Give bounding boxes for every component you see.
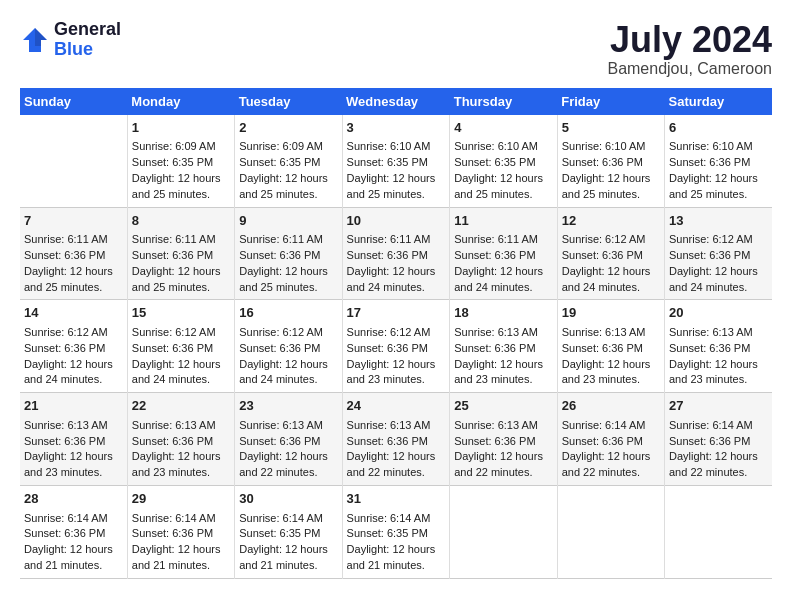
calendar-row: 14Sunrise: 6:12 AM Sunset: 6:36 PM Dayli… xyxy=(20,300,772,393)
header-day: Wednesday xyxy=(342,88,450,115)
calendar-cell: 8Sunrise: 6:11 AM Sunset: 6:36 PM Daylig… xyxy=(127,207,234,300)
header-day: Thursday xyxy=(450,88,557,115)
calendar-cell: 4Sunrise: 6:10 AM Sunset: 6:35 PM Daylig… xyxy=(450,115,557,207)
calendar-cell: 29Sunrise: 6:14 AM Sunset: 6:36 PM Dayli… xyxy=(127,486,234,579)
cell-content: Sunrise: 6:12 AM Sunset: 6:36 PM Dayligh… xyxy=(132,325,230,389)
calendar-row: 7Sunrise: 6:11 AM Sunset: 6:36 PM Daylig… xyxy=(20,207,772,300)
header-row: SundayMondayTuesdayWednesdayThursdayFrid… xyxy=(20,88,772,115)
day-number: 4 xyxy=(454,119,552,137)
calendar-body: 1Sunrise: 6:09 AM Sunset: 6:35 PM Daylig… xyxy=(20,115,772,579)
day-number: 23 xyxy=(239,397,337,415)
calendar-cell: 22Sunrise: 6:13 AM Sunset: 6:36 PM Dayli… xyxy=(127,393,234,486)
calendar-header: SundayMondayTuesdayWednesdayThursdayFrid… xyxy=(20,88,772,115)
cell-content: Sunrise: 6:13 AM Sunset: 6:36 PM Dayligh… xyxy=(24,418,123,482)
day-number: 11 xyxy=(454,212,552,230)
calendar-cell: 1Sunrise: 6:09 AM Sunset: 6:35 PM Daylig… xyxy=(127,115,234,207)
day-number: 9 xyxy=(239,212,337,230)
day-number: 31 xyxy=(347,490,446,508)
cell-content: Sunrise: 6:14 AM Sunset: 6:36 PM Dayligh… xyxy=(562,418,660,482)
calendar-cell xyxy=(450,486,557,579)
calendar-cell: 30Sunrise: 6:14 AM Sunset: 6:35 PM Dayli… xyxy=(235,486,342,579)
calendar-row: 21Sunrise: 6:13 AM Sunset: 6:36 PM Dayli… xyxy=(20,393,772,486)
cell-content: Sunrise: 6:11 AM Sunset: 6:36 PM Dayligh… xyxy=(239,232,337,296)
day-number: 14 xyxy=(24,304,123,322)
calendar-cell: 13Sunrise: 6:12 AM Sunset: 6:36 PM Dayli… xyxy=(665,207,773,300)
day-number: 3 xyxy=(347,119,446,137)
calendar-cell: 3Sunrise: 6:10 AM Sunset: 6:35 PM Daylig… xyxy=(342,115,450,207)
day-number: 25 xyxy=(454,397,552,415)
cell-content: Sunrise: 6:13 AM Sunset: 6:36 PM Dayligh… xyxy=(454,418,552,482)
day-number: 17 xyxy=(347,304,446,322)
calendar-table: SundayMondayTuesdayWednesdayThursdayFrid… xyxy=(20,88,772,580)
day-number: 8 xyxy=(132,212,230,230)
day-number: 28 xyxy=(24,490,123,508)
cell-content: Sunrise: 6:12 AM Sunset: 6:36 PM Dayligh… xyxy=(562,232,660,296)
location: Bamendjou, Cameroon xyxy=(607,60,772,78)
logo-blue: Blue xyxy=(54,39,93,59)
day-number: 18 xyxy=(454,304,552,322)
day-number: 30 xyxy=(239,490,337,508)
calendar-cell: 2Sunrise: 6:09 AM Sunset: 6:35 PM Daylig… xyxy=(235,115,342,207)
cell-content: Sunrise: 6:10 AM Sunset: 6:35 PM Dayligh… xyxy=(454,139,552,203)
header-day: Sunday xyxy=(20,88,127,115)
calendar-cell: 31Sunrise: 6:14 AM Sunset: 6:35 PM Dayli… xyxy=(342,486,450,579)
logo-general: General xyxy=(54,19,121,39)
day-number: 5 xyxy=(562,119,660,137)
day-number: 1 xyxy=(132,119,230,137)
cell-content: Sunrise: 6:12 AM Sunset: 6:36 PM Dayligh… xyxy=(239,325,337,389)
day-number: 24 xyxy=(347,397,446,415)
calendar-cell: 6Sunrise: 6:10 AM Sunset: 6:36 PM Daylig… xyxy=(665,115,773,207)
day-number: 6 xyxy=(669,119,768,137)
calendar-cell: 12Sunrise: 6:12 AM Sunset: 6:36 PM Dayli… xyxy=(557,207,664,300)
calendar-cell: 25Sunrise: 6:13 AM Sunset: 6:36 PM Dayli… xyxy=(450,393,557,486)
calendar-cell: 20Sunrise: 6:13 AM Sunset: 6:36 PM Dayli… xyxy=(665,300,773,393)
header-day: Monday xyxy=(127,88,234,115)
cell-content: Sunrise: 6:14 AM Sunset: 6:36 PM Dayligh… xyxy=(132,511,230,575)
calendar-cell: 16Sunrise: 6:12 AM Sunset: 6:36 PM Dayli… xyxy=(235,300,342,393)
cell-content: Sunrise: 6:11 AM Sunset: 6:36 PM Dayligh… xyxy=(454,232,552,296)
day-number: 16 xyxy=(239,304,337,322)
cell-content: Sunrise: 6:13 AM Sunset: 6:36 PM Dayligh… xyxy=(239,418,337,482)
cell-content: Sunrise: 6:13 AM Sunset: 6:36 PM Dayligh… xyxy=(454,325,552,389)
calendar-cell: 7Sunrise: 6:11 AM Sunset: 6:36 PM Daylig… xyxy=(20,207,127,300)
calendar-cell: 24Sunrise: 6:13 AM Sunset: 6:36 PM Dayli… xyxy=(342,393,450,486)
day-number: 15 xyxy=(132,304,230,322)
day-number: 2 xyxy=(239,119,337,137)
calendar-cell: 11Sunrise: 6:11 AM Sunset: 6:36 PM Dayli… xyxy=(450,207,557,300)
cell-content: Sunrise: 6:14 AM Sunset: 6:36 PM Dayligh… xyxy=(669,418,768,482)
cell-content: Sunrise: 6:11 AM Sunset: 6:36 PM Dayligh… xyxy=(24,232,123,296)
cell-content: Sunrise: 6:10 AM Sunset: 6:36 PM Dayligh… xyxy=(669,139,768,203)
header-day: Saturday xyxy=(665,88,773,115)
calendar-cell: 28Sunrise: 6:14 AM Sunset: 6:36 PM Dayli… xyxy=(20,486,127,579)
cell-content: Sunrise: 6:13 AM Sunset: 6:36 PM Dayligh… xyxy=(669,325,768,389)
logo: General Blue xyxy=(20,20,121,60)
cell-content: Sunrise: 6:12 AM Sunset: 6:36 PM Dayligh… xyxy=(669,232,768,296)
calendar-cell: 26Sunrise: 6:14 AM Sunset: 6:36 PM Dayli… xyxy=(557,393,664,486)
day-number: 13 xyxy=(669,212,768,230)
page-header: General Blue July 2024 Bamendjou, Camero… xyxy=(20,20,772,78)
cell-content: Sunrise: 6:12 AM Sunset: 6:36 PM Dayligh… xyxy=(24,325,123,389)
cell-content: Sunrise: 6:12 AM Sunset: 6:36 PM Dayligh… xyxy=(347,325,446,389)
cell-content: Sunrise: 6:09 AM Sunset: 6:35 PM Dayligh… xyxy=(239,139,337,203)
cell-content: Sunrise: 6:10 AM Sunset: 6:36 PM Dayligh… xyxy=(562,139,660,203)
day-number: 12 xyxy=(562,212,660,230)
calendar-cell: 9Sunrise: 6:11 AM Sunset: 6:36 PM Daylig… xyxy=(235,207,342,300)
calendar-cell: 10Sunrise: 6:11 AM Sunset: 6:36 PM Dayli… xyxy=(342,207,450,300)
cell-content: Sunrise: 6:13 AM Sunset: 6:36 PM Dayligh… xyxy=(347,418,446,482)
calendar-cell: 21Sunrise: 6:13 AM Sunset: 6:36 PM Dayli… xyxy=(20,393,127,486)
day-number: 7 xyxy=(24,212,123,230)
day-number: 19 xyxy=(562,304,660,322)
cell-content: Sunrise: 6:13 AM Sunset: 6:36 PM Dayligh… xyxy=(132,418,230,482)
day-number: 21 xyxy=(24,397,123,415)
calendar-cell: 14Sunrise: 6:12 AM Sunset: 6:36 PM Dayli… xyxy=(20,300,127,393)
cell-content: Sunrise: 6:13 AM Sunset: 6:36 PM Dayligh… xyxy=(562,325,660,389)
cell-content: Sunrise: 6:10 AM Sunset: 6:35 PM Dayligh… xyxy=(347,139,446,203)
header-day: Friday xyxy=(557,88,664,115)
day-number: 10 xyxy=(347,212,446,230)
calendar-cell: 5Sunrise: 6:10 AM Sunset: 6:36 PM Daylig… xyxy=(557,115,664,207)
cell-content: Sunrise: 6:09 AM Sunset: 6:35 PM Dayligh… xyxy=(132,139,230,203)
month-title: July 2024 xyxy=(607,20,772,60)
logo-icon xyxy=(20,25,50,55)
calendar-cell: 23Sunrise: 6:13 AM Sunset: 6:36 PM Dayli… xyxy=(235,393,342,486)
cell-content: Sunrise: 6:11 AM Sunset: 6:36 PM Dayligh… xyxy=(347,232,446,296)
